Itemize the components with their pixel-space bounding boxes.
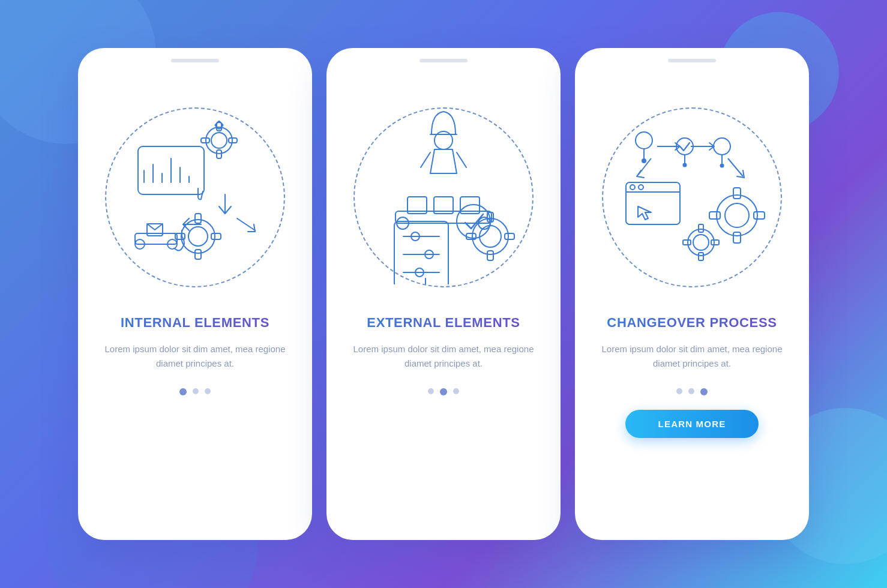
svg-point-1: [211, 133, 227, 148]
svg-line-16: [237, 218, 255, 230]
pagination-dots-1: [179, 388, 211, 395]
svg-point-77: [688, 229, 714, 256]
svg-point-18: [188, 227, 208, 246]
svg-rect-82: [711, 240, 719, 245]
illustration-changeover: [575, 62, 809, 314]
svg-point-67: [630, 185, 635, 190]
svg-rect-81: [683, 240, 691, 245]
pagination-dots-3: [676, 388, 708, 395]
dot-1-1[interactable]: [179, 388, 187, 395]
svg-rect-71: [733, 188, 741, 199]
pagination-dots-2: [428, 388, 459, 395]
changeover-process-illustration: [602, 104, 782, 284]
svg-rect-42: [505, 233, 514, 239]
card-external-body: Lorem ipsum dolor sit dim amet, mea regi…: [348, 342, 539, 372]
svg-line-29: [421, 152, 430, 167]
svg-point-38: [480, 226, 501, 247]
svg-rect-80: [699, 253, 703, 260]
svg-rect-22: [211, 233, 221, 239]
dot-3-3[interactable]: [700, 388, 708, 395]
card-external-elements: EXTERNAL ELEMENTS Lorem ipsum dolor sit …: [326, 48, 561, 540]
dot-2-3[interactable]: [453, 388, 459, 394]
svg-point-59: [683, 163, 687, 167]
illustration-internal: [78, 62, 312, 314]
card-external-content: EXTERNAL ELEMENTS Lorem ipsum dolor sit …: [326, 314, 561, 540]
svg-point-52: [636, 132, 652, 149]
illustration-external: [326, 62, 561, 314]
svg-rect-73: [709, 212, 720, 219]
card-internal-body: Lorem ipsum dolor sit dim amet, mea regi…: [100, 342, 290, 372]
card-internal-elements: INTERNAL ELEMENTS Lorem ipsum dolor sit …: [78, 48, 312, 540]
svg-point-68: [639, 185, 643, 190]
svg-rect-74: [754, 212, 765, 219]
card-changeover-content: CHANGEOVER PROCESS Lorem ipsum dolor sit…: [575, 314, 809, 540]
card-external-title: EXTERNAL ELEMENTS: [367, 314, 520, 331]
svg-point-57: [676, 138, 693, 155]
svg-rect-72: [733, 232, 741, 243]
card-internal-title: INTERNAL ELEMENTS: [121, 314, 269, 331]
svg-rect-79: [699, 224, 703, 232]
svg-point-70: [725, 203, 749, 227]
card-changeover-body: Lorem ipsum dolor sit dim amet, mea regi…: [597, 342, 787, 372]
dot-3-1[interactable]: [676, 388, 682, 394]
dot-3-2[interactable]: [688, 388, 694, 394]
learn-more-button[interactable]: LEARN MORE: [625, 410, 759, 438]
card-internal-content: INTERNAL ELEMENTS Lorem ipsum dolor sit …: [78, 314, 312, 540]
svg-rect-20: [195, 250, 201, 259]
cards-container: INTERNAL ELEMENTS Lorem ipsum dolor sit …: [78, 48, 809, 540]
dot-2-1[interactable]: [428, 388, 434, 394]
svg-rect-19: [195, 214, 201, 223]
svg-point-62: [720, 164, 724, 168]
card-changeover-title: CHANGEOVER PROCESS: [607, 314, 777, 331]
svg-point-69: [717, 195, 757, 236]
internal-elements-illustration: [105, 104, 285, 284]
dot-1-2[interactable]: [193, 388, 199, 394]
svg-point-78: [693, 235, 709, 250]
svg-rect-44: [394, 221, 448, 284]
dot-1-3[interactable]: [205, 388, 211, 394]
dot-2-2[interactable]: [440, 388, 447, 395]
svg-point-60: [714, 138, 730, 155]
card-changeover-process: CHANGEOVER PROCESS Lorem ipsum dolor sit…: [575, 48, 809, 540]
svg-point-54: [642, 158, 646, 163]
svg-rect-40: [487, 251, 493, 260]
svg-rect-23: [135, 233, 177, 244]
svg-line-30: [457, 152, 466, 167]
external-elements-illustration: [353, 104, 534, 284]
svg-line-63: [728, 158, 743, 176]
